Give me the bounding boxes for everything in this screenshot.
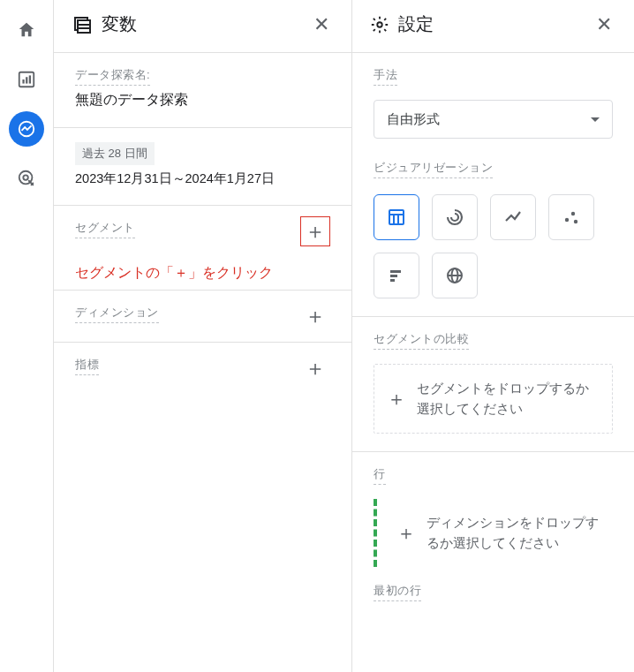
viz-line-button[interactable] <box>490 194 536 240</box>
chevron-down-icon <box>591 117 600 122</box>
dimensions-label: ディメンション <box>75 305 159 323</box>
svg-rect-21 <box>390 279 395 282</box>
gear-icon <box>370 15 389 34</box>
date-range-value: 2023年12月31日～2024年1月27日 <box>75 170 330 187</box>
globe-icon <box>444 265 465 286</box>
exploration-name-input[interactable]: 無題のデータ探索 <box>75 91 330 109</box>
close-variables-button[interactable]: ✕ <box>309 13 334 36</box>
svg-rect-8 <box>78 20 90 33</box>
nav-reports[interactable] <box>9 62 44 97</box>
rows-dropzone[interactable]: ＋ ディメンションをドロップするか選択してください <box>374 499 613 567</box>
bar-icon <box>386 265 407 286</box>
rows-label: 行 <box>374 466 386 485</box>
segment-compare-label: セグメントの比較 <box>374 331 469 350</box>
svg-point-17 <box>571 212 575 215</box>
variables-title: 変数 <box>102 12 300 36</box>
table-icon <box>386 207 407 228</box>
technique-value: 自由形式 <box>387 111 440 128</box>
bar-chart-icon <box>17 70 36 89</box>
viz-donut-button[interactable] <box>432 194 478 240</box>
variables-icon <box>72 14 93 35</box>
viz-scatter-button[interactable] <box>548 194 594 240</box>
segments-label: セグメント <box>75 220 135 238</box>
settings-title: 設定 <box>398 12 583 36</box>
segment-annotation: セグメントの「＋」をクリック <box>75 264 330 283</box>
date-range-picker[interactable]: 過去 28 日間 2023年12月31日～2024年1月27日 <box>54 127 351 205</box>
explore-icon <box>17 119 36 139</box>
first-row-label: 最初の行 <box>374 583 421 601</box>
home-icon <box>17 20 36 40</box>
svg-rect-19 <box>390 270 401 273</box>
segment-drop-text: セグメントをドロップするか選択してください <box>417 379 600 419</box>
viz-table-button[interactable] <box>374 194 419 240</box>
add-metric-button[interactable]: ＋ <box>300 353 330 383</box>
donut-icon <box>444 207 465 228</box>
exploration-name-label: データ探索名: <box>75 67 150 86</box>
svg-point-16 <box>565 218 569 222</box>
close-settings-button[interactable]: ✕ <box>592 13 616 36</box>
viz-geo-button[interactable] <box>432 253 478 298</box>
add-segment-button[interactable]: ＋ <box>300 216 330 246</box>
viz-bar-button[interactable] <box>374 253 419 298</box>
nav-advertising[interactable] <box>9 161 44 196</box>
svg-point-6 <box>23 175 27 180</box>
svg-point-11 <box>377 22 382 27</box>
svg-rect-20 <box>390 275 397 277</box>
rows-drop-text: ディメンションをドロップするか選択してください <box>426 513 600 553</box>
nav-home[interactable] <box>9 12 44 48</box>
scatter-icon <box>561 207 582 228</box>
target-icon <box>17 169 36 188</box>
plus-icon: ＋ <box>387 386 406 412</box>
svg-rect-3 <box>29 75 31 83</box>
line-icon <box>502 207 524 228</box>
svg-rect-1 <box>22 79 24 84</box>
technique-label: 手法 <box>374 67 397 86</box>
svg-rect-2 <box>26 77 27 83</box>
add-dimension-button[interactable]: ＋ <box>300 301 330 331</box>
svg-rect-12 <box>389 210 404 224</box>
visualization-label: ビジュアリゼーション <box>374 160 493 178</box>
date-range-chip: 過去 28 日間 <box>75 142 155 165</box>
segment-compare-dropzone[interactable]: ＋ セグメントをドロップするか選択してください <box>374 364 613 434</box>
svg-point-18 <box>574 220 577 223</box>
metrics-label: 指標 <box>75 357 99 375</box>
plus-icon: ＋ <box>396 520 416 547</box>
nav-explore[interactable] <box>9 111 44 147</box>
technique-select[interactable]: 自由形式 <box>374 100 613 139</box>
